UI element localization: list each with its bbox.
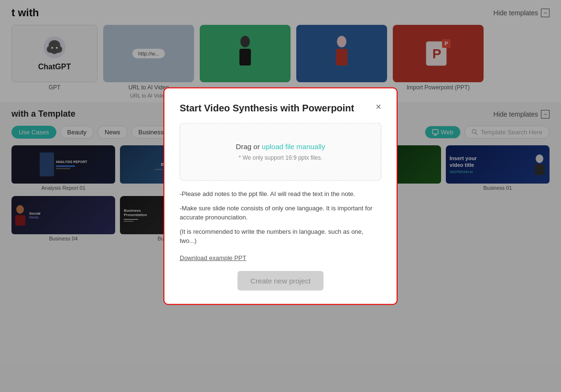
file-drop-zone[interactable]: Drag or upload file manually * We only s…: [180, 123, 381, 181]
drag-or-text: Drag or upload file manually: [190, 142, 371, 151]
drop-hint: * We only support 16:9 pptx files.: [190, 154, 371, 161]
download-example-link[interactable]: Download example PPT: [180, 254, 246, 261]
modal-close-button[interactable]: ×: [376, 102, 381, 111]
upload-link[interactable]: upload file manually: [262, 142, 325, 151]
create-project-button[interactable]: Create new project: [237, 271, 324, 290]
note-1: -Please add notes to the ppt file. AI wi…: [180, 189, 381, 199]
powerpoint-modal: Start Video Synthesis with Powerpoint × …: [163, 87, 398, 305]
modal-title: Start Video Synthesis with Powerpoint: [180, 102, 354, 114]
modal-header: Start Video Synthesis with Powerpoint ×: [180, 102, 381, 114]
note-3: (It is recommended to write the numbers …: [180, 227, 381, 245]
note-2: -Make sure slide note consists of only o…: [180, 203, 381, 222]
notes-section: -Please add notes to the ppt file. AI wi…: [180, 189, 381, 246]
